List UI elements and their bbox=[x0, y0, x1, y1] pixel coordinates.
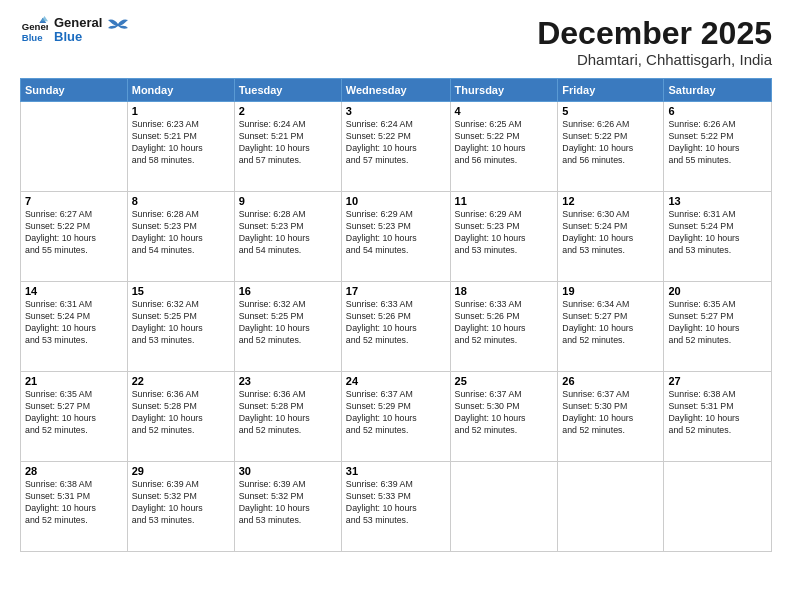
header-thursday: Thursday bbox=[450, 79, 558, 102]
day-info: Sunrise: 6:28 AM Sunset: 5:23 PM Dayligh… bbox=[239, 209, 337, 257]
day-info: Sunrise: 6:39 AM Sunset: 5:32 PM Dayligh… bbox=[132, 479, 230, 527]
day-number: 11 bbox=[455, 195, 554, 207]
title-block: December 2025 Dhamtari, Chhattisgarh, In… bbox=[537, 16, 772, 68]
calendar-cell: 11Sunrise: 6:29 AM Sunset: 5:23 PM Dayli… bbox=[450, 192, 558, 282]
day-number: 30 bbox=[239, 465, 337, 477]
calendar-cell: 8Sunrise: 6:28 AM Sunset: 5:23 PM Daylig… bbox=[127, 192, 234, 282]
day-number: 25 bbox=[455, 375, 554, 387]
day-number: 13 bbox=[668, 195, 767, 207]
day-number: 12 bbox=[562, 195, 659, 207]
calendar-cell: 9Sunrise: 6:28 AM Sunset: 5:23 PM Daylig… bbox=[234, 192, 341, 282]
calendar-body: 1Sunrise: 6:23 AM Sunset: 5:21 PM Daylig… bbox=[21, 102, 772, 552]
calendar-cell: 1Sunrise: 6:23 AM Sunset: 5:21 PM Daylig… bbox=[127, 102, 234, 192]
calendar-cell: 14Sunrise: 6:31 AM Sunset: 5:24 PM Dayli… bbox=[21, 282, 128, 372]
calendar-table: Sunday Monday Tuesday Wednesday Thursday… bbox=[20, 78, 772, 552]
day-info: Sunrise: 6:37 AM Sunset: 5:30 PM Dayligh… bbox=[562, 389, 659, 437]
day-info: Sunrise: 6:36 AM Sunset: 5:28 PM Dayligh… bbox=[239, 389, 337, 437]
day-info: Sunrise: 6:24 AM Sunset: 5:22 PM Dayligh… bbox=[346, 119, 446, 167]
day-info: Sunrise: 6:29 AM Sunset: 5:23 PM Dayligh… bbox=[346, 209, 446, 257]
weekday-header-row: Sunday Monday Tuesday Wednesday Thursday… bbox=[21, 79, 772, 102]
calendar-cell: 31Sunrise: 6:39 AM Sunset: 5:33 PM Dayli… bbox=[341, 462, 450, 552]
day-info: Sunrise: 6:38 AM Sunset: 5:31 PM Dayligh… bbox=[25, 479, 123, 527]
calendar-cell: 17Sunrise: 6:33 AM Sunset: 5:26 PM Dayli… bbox=[341, 282, 450, 372]
day-number: 18 bbox=[455, 285, 554, 297]
header: General Blue General Blue December 2025 … bbox=[20, 16, 772, 68]
day-number: 22 bbox=[132, 375, 230, 387]
calendar-cell: 18Sunrise: 6:33 AM Sunset: 5:26 PM Dayli… bbox=[450, 282, 558, 372]
calendar-cell bbox=[450, 462, 558, 552]
day-number: 14 bbox=[25, 285, 123, 297]
day-info: Sunrise: 6:31 AM Sunset: 5:24 PM Dayligh… bbox=[668, 209, 767, 257]
calendar-week-row: 14Sunrise: 6:31 AM Sunset: 5:24 PM Dayli… bbox=[21, 282, 772, 372]
calendar-cell bbox=[664, 462, 772, 552]
day-number: 27 bbox=[668, 375, 767, 387]
svg-text:Blue: Blue bbox=[22, 32, 43, 43]
day-info: Sunrise: 6:34 AM Sunset: 5:27 PM Dayligh… bbox=[562, 299, 659, 347]
header-tuesday: Tuesday bbox=[234, 79, 341, 102]
calendar-cell bbox=[558, 462, 664, 552]
day-number: 24 bbox=[346, 375, 446, 387]
day-info: Sunrise: 6:37 AM Sunset: 5:30 PM Dayligh… bbox=[455, 389, 554, 437]
day-info: Sunrise: 6:39 AM Sunset: 5:32 PM Dayligh… bbox=[239, 479, 337, 527]
calendar-cell: 23Sunrise: 6:36 AM Sunset: 5:28 PM Dayli… bbox=[234, 372, 341, 462]
calendar-cell: 5Sunrise: 6:26 AM Sunset: 5:22 PM Daylig… bbox=[558, 102, 664, 192]
header-monday: Monday bbox=[127, 79, 234, 102]
day-info: Sunrise: 6:26 AM Sunset: 5:22 PM Dayligh… bbox=[668, 119, 767, 167]
day-number: 15 bbox=[132, 285, 230, 297]
calendar-header: Sunday Monday Tuesday Wednesday Thursday… bbox=[21, 79, 772, 102]
day-number: 4 bbox=[455, 105, 554, 117]
day-number: 2 bbox=[239, 105, 337, 117]
day-info: Sunrise: 6:36 AM Sunset: 5:28 PM Dayligh… bbox=[132, 389, 230, 437]
day-number: 8 bbox=[132, 195, 230, 207]
day-number: 31 bbox=[346, 465, 446, 477]
day-info: Sunrise: 6:39 AM Sunset: 5:33 PM Dayligh… bbox=[346, 479, 446, 527]
day-info: Sunrise: 6:24 AM Sunset: 5:21 PM Dayligh… bbox=[239, 119, 337, 167]
calendar-cell: 6Sunrise: 6:26 AM Sunset: 5:22 PM Daylig… bbox=[664, 102, 772, 192]
calendar-cell: 22Sunrise: 6:36 AM Sunset: 5:28 PM Dayli… bbox=[127, 372, 234, 462]
day-info: Sunrise: 6:33 AM Sunset: 5:26 PM Dayligh… bbox=[455, 299, 554, 347]
svg-marker-3 bbox=[41, 16, 48, 21]
day-info: Sunrise: 6:25 AM Sunset: 5:22 PM Dayligh… bbox=[455, 119, 554, 167]
day-info: Sunrise: 6:35 AM Sunset: 5:27 PM Dayligh… bbox=[668, 299, 767, 347]
day-info: Sunrise: 6:38 AM Sunset: 5:31 PM Dayligh… bbox=[668, 389, 767, 437]
calendar-week-row: 1Sunrise: 6:23 AM Sunset: 5:21 PM Daylig… bbox=[21, 102, 772, 192]
logo: General Blue General Blue bbox=[20, 16, 128, 45]
calendar-week-row: 7Sunrise: 6:27 AM Sunset: 5:22 PM Daylig… bbox=[21, 192, 772, 282]
calendar-week-row: 21Sunrise: 6:35 AM Sunset: 5:27 PM Dayli… bbox=[21, 372, 772, 462]
day-number: 6 bbox=[668, 105, 767, 117]
calendar-cell: 10Sunrise: 6:29 AM Sunset: 5:23 PM Dayli… bbox=[341, 192, 450, 282]
calendar-cell: 28Sunrise: 6:38 AM Sunset: 5:31 PM Dayli… bbox=[21, 462, 128, 552]
day-info: Sunrise: 6:27 AM Sunset: 5:22 PM Dayligh… bbox=[25, 209, 123, 257]
calendar-cell: 27Sunrise: 6:38 AM Sunset: 5:31 PM Dayli… bbox=[664, 372, 772, 462]
day-info: Sunrise: 6:35 AM Sunset: 5:27 PM Dayligh… bbox=[25, 389, 123, 437]
logo-icon: General Blue bbox=[20, 16, 48, 44]
logo-bird-icon bbox=[108, 16, 128, 36]
day-info: Sunrise: 6:31 AM Sunset: 5:24 PM Dayligh… bbox=[25, 299, 123, 347]
day-info: Sunrise: 6:29 AM Sunset: 5:23 PM Dayligh… bbox=[455, 209, 554, 257]
location: Dhamtari, Chhattisgarh, India bbox=[537, 51, 772, 68]
day-number: 20 bbox=[668, 285, 767, 297]
day-info: Sunrise: 6:23 AM Sunset: 5:21 PM Dayligh… bbox=[132, 119, 230, 167]
calendar-cell: 13Sunrise: 6:31 AM Sunset: 5:24 PM Dayli… bbox=[664, 192, 772, 282]
calendar-cell: 2Sunrise: 6:24 AM Sunset: 5:21 PM Daylig… bbox=[234, 102, 341, 192]
calendar-cell: 24Sunrise: 6:37 AM Sunset: 5:29 PM Dayli… bbox=[341, 372, 450, 462]
day-number: 17 bbox=[346, 285, 446, 297]
header-friday: Friday bbox=[558, 79, 664, 102]
header-wednesday: Wednesday bbox=[341, 79, 450, 102]
day-info: Sunrise: 6:33 AM Sunset: 5:26 PM Dayligh… bbox=[346, 299, 446, 347]
day-number: 28 bbox=[25, 465, 123, 477]
calendar-cell: 19Sunrise: 6:34 AM Sunset: 5:27 PM Dayli… bbox=[558, 282, 664, 372]
day-number: 26 bbox=[562, 375, 659, 387]
day-number: 19 bbox=[562, 285, 659, 297]
calendar-cell: 3Sunrise: 6:24 AM Sunset: 5:22 PM Daylig… bbox=[341, 102, 450, 192]
day-number: 9 bbox=[239, 195, 337, 207]
page: General Blue General Blue December 2025 … bbox=[0, 0, 792, 612]
calendar-cell: 26Sunrise: 6:37 AM Sunset: 5:30 PM Dayli… bbox=[558, 372, 664, 462]
calendar-cell: 30Sunrise: 6:39 AM Sunset: 5:32 PM Dayli… bbox=[234, 462, 341, 552]
calendar-cell: 12Sunrise: 6:30 AM Sunset: 5:24 PM Dayli… bbox=[558, 192, 664, 282]
day-number: 3 bbox=[346, 105, 446, 117]
calendar-cell: 21Sunrise: 6:35 AM Sunset: 5:27 PM Dayli… bbox=[21, 372, 128, 462]
day-number: 5 bbox=[562, 105, 659, 117]
calendar-cell bbox=[21, 102, 128, 192]
month-title: December 2025 bbox=[537, 16, 772, 51]
